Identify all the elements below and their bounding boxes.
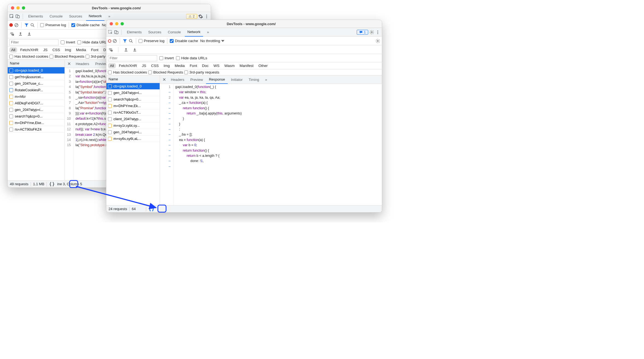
request-row[interactable]: m=sy1r,sybt,sy... [106,122,160,129]
request-row[interactable]: A6DkqFxHDGl7... [8,100,65,107]
preserve-log-checkbox[interactable]: Preserve log [139,39,165,43]
more-icon[interactable] [375,30,380,35]
type-filter-media[interactable]: Media [74,47,88,52]
response-body[interactable]: 1–2––––––––––––– gapi.loaded_0(function(… [160,84,382,205]
minimize-icon[interactable] [115,22,118,25]
tabs-overflow[interactable]: » [204,28,212,37]
clear-icon[interactable] [14,23,19,28]
inspect-icon[interactable] [108,30,113,35]
minimize-icon[interactable] [16,6,20,10]
net-status-icon[interactable] [9,31,14,36]
filter-icon[interactable] [122,39,127,43]
more-icon[interactable] [204,14,209,19]
tabs-overflow[interactable]: » [106,12,113,21]
hide-data-urls-checkbox[interactable]: Hide data URLs [77,40,109,44]
invert-checkbox[interactable]: Invert [61,40,75,44]
detail-tabs-overflow[interactable]: » [262,75,270,84]
record-icon[interactable] [9,23,13,27]
close-detail-icon[interactable] [66,61,72,66]
type-filter-doc[interactable]: Doc [200,63,210,68]
request-row[interactable]: client_204?atyp... [106,116,160,122]
invert-checkbox[interactable]: Invert [159,56,174,60]
type-filter-all[interactable]: All [108,63,116,68]
type-filter-media[interactable]: Media [173,63,187,68]
tab-sources[interactable]: Sources [145,28,164,37]
settings-icon[interactable] [198,14,203,19]
upload-icon[interactable] [18,31,23,36]
filter-input[interactable] [108,55,157,61]
type-filter-font[interactable]: Font [89,47,100,52]
request-row[interactable]: m=hfcr [8,93,65,100]
tab-network[interactable]: Network [185,28,203,37]
type-filter-other[interactable]: Other [256,63,270,68]
request-row[interactable]: gen_204?use_c... [8,80,65,87]
tab-console[interactable]: Console [165,28,184,37]
traffic-lights[interactable] [110,22,124,25]
request-row[interactable]: cb=gapi.loaded_0 [8,67,65,74]
request-row[interactable]: cb=gapi.loaded_0 [106,83,160,90]
request-row[interactable]: rs=ACT90oGsT... [106,109,160,116]
record-icon[interactable] [108,39,111,43]
blocked-cookies-checkbox[interactable]: Has blocked cookies [108,70,147,74]
blocked-cookies-checkbox[interactable]: Has blocked cookies [9,54,48,58]
detail-tab-response[interactable]: Response [206,75,228,84]
upload-icon[interactable] [124,47,128,52]
pretty-print-button[interactable] [148,206,154,212]
third-party-checkbox[interactable]: 3rd-party requests [184,70,219,74]
filter-input[interactable] [9,39,58,45]
type-filter-fetchxhr[interactable]: Fetch/XHR [18,47,40,52]
disable-cache-checkbox[interactable]: Disable cache [170,39,198,43]
warnings-badge[interactable]: ⚠ 2 [186,14,197,19]
detail-tab-initiator[interactable]: Initiator [228,75,245,84]
net-status-icon[interactable] [108,47,113,52]
pretty-print-button[interactable] [49,181,55,187]
type-filter-ws[interactable]: WS [212,63,221,68]
tab-sources[interactable]: Sources [66,12,85,21]
close-detail-icon[interactable] [161,77,168,82]
request-row[interactable]: gen_204?atyp=i... [106,90,160,96]
request-list[interactable]: cb=gapi.loaded_0gen_204?atyp=i...search?… [106,83,160,205]
search-icon[interactable] [128,39,133,43]
close-icon[interactable] [11,6,14,10]
detail-tab-headers[interactable]: Headers [73,60,92,68]
type-filter-css[interactable]: CSS [51,47,62,52]
type-filter-js[interactable]: JS [140,63,148,68]
blocked-requests-checkbox[interactable]: Blocked Requests [148,70,183,74]
type-filter-wasm[interactable]: Wasm [223,63,237,68]
clear-icon[interactable] [112,39,117,43]
chevron-down-icon[interactable] [221,39,224,43]
download-icon[interactable] [27,31,32,36]
detail-tab-headers[interactable]: Headers [168,75,187,84]
maximize-icon[interactable] [121,22,124,25]
request-row[interactable]: m=DhPYme,Ek... [106,103,160,109]
preserve-log-checkbox[interactable]: Preserve log [40,23,66,27]
detail-tab-preview[interactable]: Preview [188,75,206,84]
throttling-select[interactable]: No throttling [200,39,220,43]
maximize-icon[interactable] [22,6,25,10]
request-row[interactable]: RotateCookiesP... [8,87,65,93]
tab-elements[interactable]: Elements [25,12,46,21]
request-row[interactable]: gen_204?atyp=i... [8,107,65,113]
settings-icon[interactable] [369,30,374,35]
type-filter-manifest[interactable]: Manifest [238,63,255,68]
type-filter-img[interactable]: Img [63,47,73,52]
inspect-icon[interactable] [9,14,14,19]
hide-data-urls-checkbox[interactable]: Hide data URLs [176,56,207,60]
type-filter-font[interactable]: Font [188,63,199,68]
blocked-requests-checkbox[interactable]: Blocked Requests [49,54,84,58]
request-row[interactable]: search?q&cp=0... [8,113,65,120]
type-filter-css[interactable]: CSS [149,63,161,68]
device-icon[interactable] [15,14,20,19]
request-list[interactable]: cb=gapi.loaded_0get?rt=j&sourcei...gen_2… [8,67,65,180]
request-row[interactable]: m=DhPYme,Eke... [8,120,65,126]
detail-tab-timing[interactable]: Timing [246,75,262,84]
tab-elements[interactable]: Elements [124,28,144,37]
tab-network[interactable]: Network [86,12,105,21]
request-row[interactable]: m=sy6s,sy6t,aL... [106,136,160,142]
messages-badge[interactable]: 1 [357,30,368,35]
request-row[interactable]: rs=ACT90oFKZ4 [8,126,65,133]
request-row[interactable]: gen_204?atyp=i... [106,129,160,136]
type-filter-img[interactable]: Img [162,63,172,68]
device-icon[interactable] [114,30,119,35]
search-icon[interactable] [30,23,35,28]
